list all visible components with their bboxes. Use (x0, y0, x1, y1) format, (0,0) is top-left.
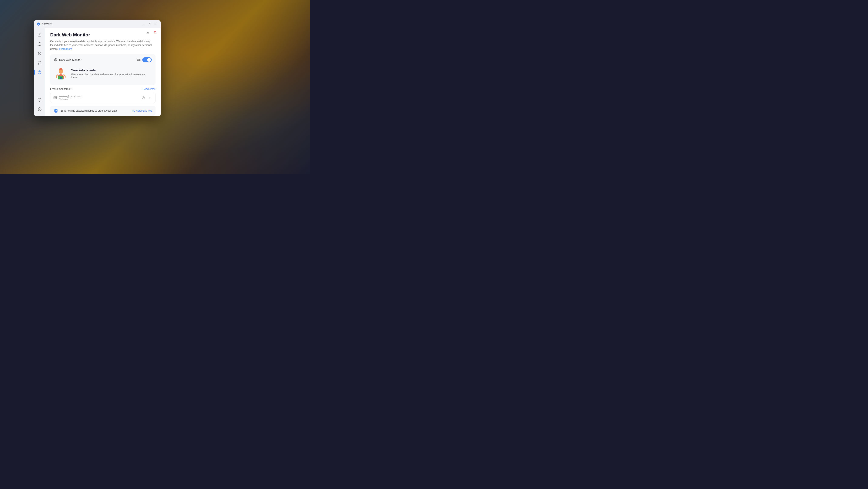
sidebar-item-settings[interactable] (35, 105, 44, 114)
notification-icon-button[interactable] (152, 30, 158, 35)
safe-section: Your info is safe! We've searched the da… (54, 65, 152, 82)
svg-line-6 (40, 71, 41, 72)
darkweb-monitor-icon (54, 58, 57, 62)
title-bar-left: NordVPN (37, 22, 53, 26)
svg-point-23 (61, 78, 61, 79)
svg-line-16 (56, 59, 57, 59)
download-icon-button[interactable] (145, 30, 151, 35)
nordvpn-logo-icon (37, 22, 40, 26)
add-email-button[interactable]: + Add email (142, 88, 156, 90)
title-bar: NordVPN ─ □ ✕ (34, 20, 161, 28)
svg-line-4 (38, 71, 39, 72)
email-icon (53, 96, 57, 100)
promo-bar: Build healthy password habits to protect… (50, 106, 156, 116)
monitor-card: Dark Web Monitor On (50, 54, 156, 85)
svg-line-5 (40, 73, 41, 73)
toggle-row: On (137, 57, 152, 62)
svg-point-3 (39, 71, 40, 73)
sidebar-item-vpn[interactable] (35, 40, 44, 48)
email-address: ••••••••@gmail.com (59, 95, 82, 98)
app-body: Dark Web Monitor Get alerts if your sens… (34, 28, 161, 116)
sidebar-item-darkweb[interactable] (35, 68, 44, 77)
svg-line-14 (55, 59, 55, 59)
title-bar-title: NordVPN (42, 23, 53, 26)
monitor-title-row: Dark Web Monitor (54, 58, 82, 62)
email-actions (141, 95, 152, 100)
svg-point-13 (55, 59, 56, 60)
svg-line-17 (55, 60, 55, 61)
title-bar-controls: ─ □ ✕ (141, 22, 158, 26)
no-leaks-label: No leaks (59, 98, 82, 100)
email-info: ••••••••@gmail.com No leaks (59, 95, 82, 100)
safe-illustration (54, 67, 68, 80)
sidebar-item-threat[interactable] (35, 49, 44, 58)
svg-line-15 (56, 60, 57, 61)
close-button[interactable]: ✕ (153, 22, 158, 26)
try-nordpass-button[interactable]: Try NordPass free (131, 109, 152, 112)
promo-left: Build healthy password habits to protect… (54, 108, 117, 113)
sidebar (34, 28, 45, 116)
minimize-button[interactable]: ─ (141, 22, 146, 26)
sidebar-item-meshnet[interactable] (35, 59, 44, 67)
email-info-button[interactable] (141, 95, 146, 100)
sidebar-item-home[interactable] (35, 30, 44, 39)
toggle-label: On (137, 58, 141, 62)
svg-line-7 (38, 73, 39, 73)
email-row: ••••••••@gmail.com No leaks (50, 93, 156, 103)
nordpass-logo-icon (54, 108, 58, 113)
content-area: Dark Web Monitor Get alerts if your sens… (45, 28, 161, 116)
safe-subtext: We've searched the dark web – none of yo… (71, 73, 152, 79)
monitor-header: Dark Web Monitor On (54, 57, 152, 62)
safe-heading: Your info is safe! (71, 68, 152, 72)
maximize-button[interactable]: □ (147, 22, 152, 26)
safe-text: Your info is safe! We've searched the da… (71, 68, 152, 79)
learn-more-link[interactable]: Learn more (59, 48, 72, 51)
promo-text: Build healthy password habits to protect… (60, 109, 117, 112)
top-icon-bar (145, 30, 158, 35)
app-window: NordVPN ─ □ ✕ (34, 20, 161, 116)
content-wrapper: Dark Web Monitor Get alerts if your sens… (45, 28, 161, 116)
sidebar-item-help[interactable] (35, 96, 44, 104)
monitor-toggle[interactable] (142, 57, 152, 62)
email-left: ••••••••@gmail.com No leaks (53, 95, 82, 100)
emails-count: Emails monitored: 1 (50, 88, 73, 90)
monitor-title: Dark Web Monitor (59, 58, 82, 62)
page-description: Get alerts if your sensitive data is pub… (50, 39, 154, 51)
svg-point-20 (59, 68, 63, 70)
page-title: Dark Web Monitor (50, 32, 156, 38)
emails-header: Emails monitored: 1 + Add email (50, 88, 156, 90)
svg-point-10 (39, 109, 40, 110)
email-chevron-button[interactable] (147, 95, 152, 100)
